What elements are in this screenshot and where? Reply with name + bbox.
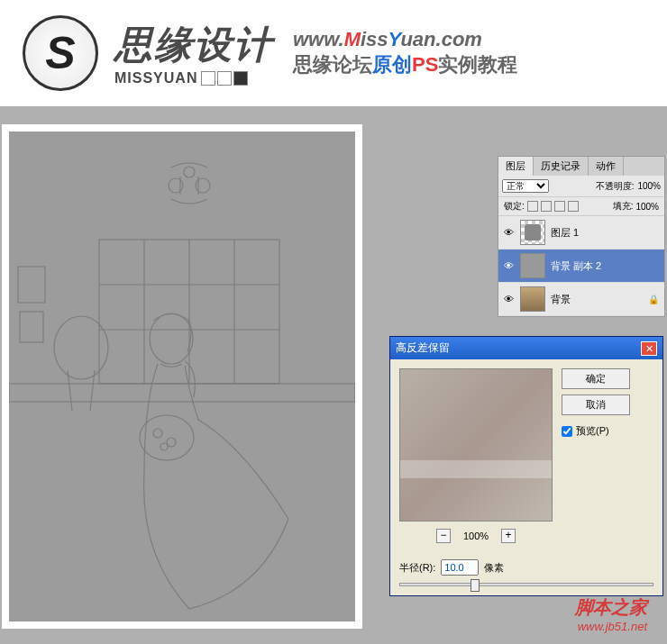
zoom-value: 100%	[463, 531, 489, 541]
layer-row[interactable]: 👁 背景 🔒	[498, 283, 664, 316]
brand-cn: 思缘设计	[114, 20, 273, 70]
radius-input[interactable]	[441, 559, 479, 576]
layer-row[interactable]: 👁 背景 副本 2	[498, 249, 664, 283]
dialog-body: − 100% + 确定 取消 预览(P)	[390, 359, 662, 552]
slider-thumb[interactable]	[471, 579, 480, 592]
fill-label: 填充:	[613, 200, 634, 213]
lock-label: 锁定:	[504, 200, 525, 213]
lock-all-icon[interactable]	[568, 201, 579, 212]
layer-name: 背景	[551, 293, 571, 306]
radius-row: 半径(R): 像素	[390, 552, 662, 583]
logo-letter: S	[45, 27, 75, 79]
preview-checkbox-label: 预览(P)	[576, 424, 609, 438]
eye-icon[interactable]: 👁	[504, 260, 515, 271]
layers-panel: 图层 历史记录 动作 正常 不透明度: 100% 锁定: 填充: 100% 👁 …	[498, 156, 665, 317]
logo-circle: S	[23, 15, 98, 91]
watermark-cn: 脚本之家	[575, 595, 647, 620]
zoom-in-button[interactable]: +	[501, 529, 516, 543]
layers-tabs: 图层 历史记录 动作	[498, 157, 664, 176]
preview-checkbox[interactable]: 预览(P)	[562, 424, 630, 438]
sketch-image	[9, 132, 355, 621]
watermark-url: www.jb51.net	[575, 620, 647, 633]
dialog-buttons: 确定 取消 预览(P)	[562, 368, 630, 543]
layer-row[interactable]: 👁 图层 1	[498, 216, 664, 249]
eye-icon[interactable]: 👁	[504, 227, 515, 238]
preview-image[interactable]	[399, 368, 553, 522]
dialog-titlebar[interactable]: 高反差保留 ✕	[390, 337, 662, 359]
watermark: 脚本之家 www.jb51.net	[575, 595, 647, 633]
slider-track	[399, 583, 653, 586]
logo: S	[23, 15, 98, 91]
preview-checkbox-input[interactable]	[562, 426, 572, 437]
workspace: 图层 历史记录 动作 正常 不透明度: 100% 锁定: 填充: 100% 👁 …	[0, 106, 667, 644]
opacity-label: 不透明度:	[596, 180, 635, 193]
zoom-controls: − 100% +	[399, 529, 553, 543]
brand-en: MISSYUAN	[114, 70, 273, 86]
tagline: www.MissYuan.com 思缘论坛原创PS实例教程	[293, 28, 517, 78]
tab-layers[interactable]: 图层	[498, 157, 534, 176]
ok-button[interactable]: 确定	[562, 368, 630, 389]
canvas-image	[9, 132, 355, 621]
fill-value[interactable]: 100%	[635, 202, 659, 212]
site-url: www.MissYuan.com	[293, 28, 517, 51]
blend-mode-select[interactable]: 正常	[502, 179, 549, 193]
svg-rect-0	[9, 132, 355, 621]
radius-label: 半径(R):	[399, 561, 435, 575]
high-pass-dialog: 高反差保留 ✕ − 100% + 确定 取消 预览(P)	[389, 336, 663, 596]
lock-transparency-icon[interactable]	[527, 201, 538, 212]
layer-thumbnail	[520, 286, 545, 312]
tab-actions[interactable]: 动作	[589, 157, 624, 176]
eye-icon[interactable]: 👁	[504, 294, 515, 304]
subtitle: 思缘论坛原创PS实例教程	[293, 51, 517, 78]
layer-name: 背景 副本 2	[551, 259, 601, 273]
cancel-button[interactable]: 取消	[562, 395, 630, 415]
tab-history[interactable]: 历史记录	[534, 157, 589, 176]
layer-thumbnail	[520, 253, 545, 278]
header-banner: S 思缘设计 MISSYUAN www.MissYuan.com 思缘论坛原创P…	[0, 0, 667, 106]
radius-unit: 像素	[484, 561, 504, 575]
brand-block: 思缘设计 MISSYUAN	[114, 20, 273, 86]
layers-lock-row: 锁定: 填充: 100%	[498, 196, 664, 216]
lock-pixels-icon[interactable]	[541, 201, 552, 212]
radius-slider[interactable]	[390, 583, 662, 595]
opacity-value[interactable]: 100%	[637, 181, 661, 191]
brand-boxes	[201, 71, 248, 86]
lock-icon: 🔒	[648, 295, 659, 304]
layer-thumbnail	[520, 220, 545, 245]
canvas[interactable]	[2, 124, 362, 629]
close-icon[interactable]: ✕	[641, 341, 657, 356]
layers-controls: 正常 不透明度: 100%	[498, 176, 664, 196]
layer-name: 图层 1	[551, 226, 579, 240]
dialog-title-text: 高反差保留	[396, 340, 450, 356]
lock-position-icon[interactable]	[554, 201, 565, 212]
preview-column: − 100% +	[399, 368, 553, 543]
zoom-out-button[interactable]: −	[436, 529, 451, 543]
